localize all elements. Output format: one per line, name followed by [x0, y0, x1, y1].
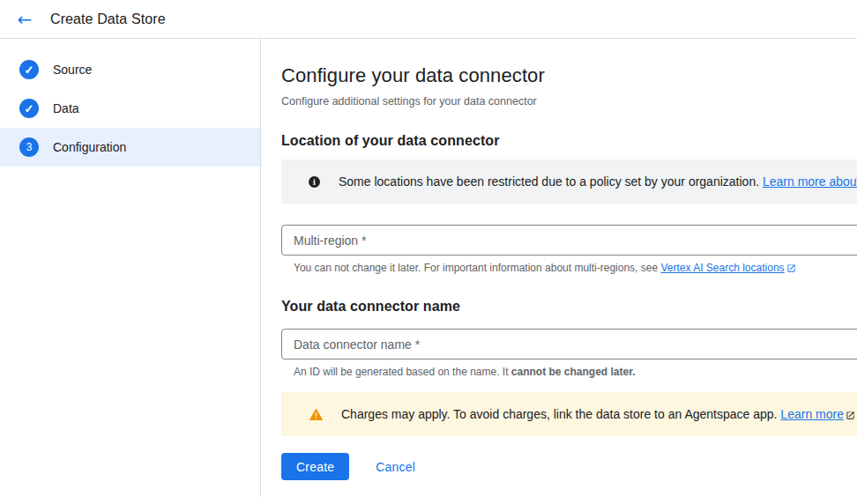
step-configuration[interactable]: 3 Configuration — [0, 128, 260, 167]
warning-banner-message: Charges may apply. To avoid charges, lin… — [341, 407, 780, 421]
panel-subtitle: Configure additional settings for your d… — [281, 95, 857, 108]
connector-name-helper-text: An ID will be generated based on the nam… — [294, 366, 511, 378]
multi-region-select[interactable] — [281, 225, 857, 256]
warning-icon — [309, 407, 324, 422]
name-section-heading: Your data connector name — [281, 298, 857, 315]
warning-banner-text: Charges may apply. To avoid charges, lin… — [341, 407, 855, 421]
info-banner-message: Some locations have been restricted due … — [339, 174, 763, 189]
page-title: Create Data Store — [50, 11, 166, 27]
topbar: ← Create Data Store — [0, 0, 857, 39]
external-link-icon — [786, 263, 796, 273]
step-label: Configuration — [53, 140, 126, 154]
stepper-sidebar: ✓ Source ✓ Data 3 Configuration — [0, 39, 261, 497]
multi-region-helper-text: You can not change it later. For importa… — [294, 262, 660, 274]
multi-region-helper: You can not change it later. For importa… — [281, 262, 857, 274]
info-icon: i — [309, 176, 320, 188]
check-circle-icon: ✓ — [19, 60, 39, 79]
back-button[interactable]: ← — [12, 7, 37, 32]
arrow-back-icon: ← — [18, 9, 33, 30]
learn-more-link[interactable]: Learn more — [780, 407, 855, 421]
panel-title: Configure your data connector — [281, 64, 857, 87]
content: ✓ Source ✓ Data 3 Configuration Configur… — [0, 39, 857, 504]
connector-name-helper-bold: cannot be changed later. — [511, 366, 636, 378]
location-restricted-info-banner: i Some locations have been restricted du… — [281, 159, 857, 204]
create-button[interactable]: Create — [281, 453, 349, 480]
step-label: Source — [53, 63, 92, 77]
location-section-heading: Location of your data connector — [281, 132, 857, 149]
data-connector-name-input[interactable] — [281, 329, 857, 359]
step-label: Data — [53, 101, 79, 115]
learn-more-about-link[interactable]: Learn more about — [763, 174, 857, 189]
info-banner-text: Some locations have been restricted due … — [339, 174, 857, 189]
external-link-icon — [846, 411, 855, 420]
vertex-ai-search-locations-link[interactable]: Vertex AI Search locations — [660, 262, 795, 274]
charges-warning-banner: Charges may apply. To avoid charges, lin… — [281, 392, 857, 436]
cancel-button[interactable]: Cancel — [369, 460, 422, 474]
check-circle-icon: ✓ — [19, 99, 39, 118]
connector-name-helper: An ID will be generated based on the nam… — [281, 366, 857, 378]
configuration-panel: Configure your data connector Configure … — [261, 39, 857, 504]
link-label: Learn more — [780, 407, 844, 421]
step-source[interactable]: ✓ Source — [0, 50, 260, 89]
step-number-icon: 3 — [19, 137, 39, 157]
step-data[interactable]: ✓ Data — [0, 89, 260, 128]
form-actions: Create Cancel — [281, 453, 857, 480]
link-label: Vertex AI Search locations — [660, 262, 784, 274]
